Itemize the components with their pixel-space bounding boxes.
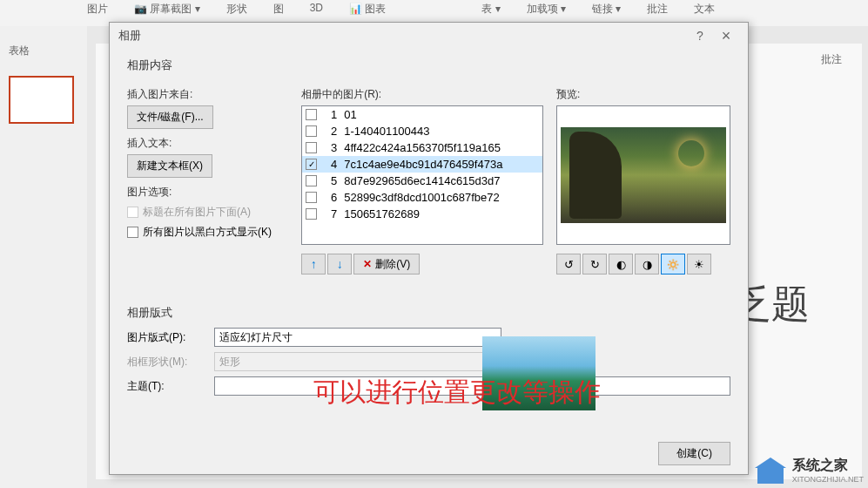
list-item[interactable]: 58d7e92965d6ec1414c615d3d7 [302,173,542,189]
all-bw-checkbox[interactable]: 所有图片以黑白方式显示(K) [127,225,288,240]
ribbon-item[interactable]: 表 ▾ [481,2,500,17]
ribbon-item[interactable]: 图 [273,2,284,17]
ribbon-item[interactable]: 📷 屏幕截图 ▾ [134,2,200,17]
theme-label: 主题(T): [127,379,205,394]
rotate-right-icon[interactable]: ↻ [582,254,607,274]
help-button[interactable]: ? [687,29,713,43]
contrast-down-icon[interactable]: ◑ [635,254,659,274]
move-down-button[interactable]: ↓ [327,254,352,274]
preview-label: 预览: [556,87,730,102]
picture-list[interactable]: 101 21-140401100443 34ff422c424a156370f5… [301,105,543,245]
list-item[interactable]: 21-140401100443 [302,123,542,139]
insert-text-label: 插入文本: [127,136,288,151]
checkbox-icon[interactable]: ✓ [306,159,317,170]
ribbon-item[interactable]: 3D [310,2,323,14]
brightness-down-icon[interactable]: ☀ [687,254,711,274]
pic-format-select[interactable]: 适应幻灯片尺寸⌵ [214,328,501,347]
checkbox-icon[interactable] [306,208,317,220]
pics-in-album-label: 相册中的图片(R): [301,87,543,102]
checkbox-icon[interactable] [306,125,317,137]
panel-label: 表格 [9,44,78,58]
file-disk-button[interactable]: 文件/磁盘(F)... [127,105,213,129]
checkbox-icon[interactable] [306,175,317,186]
section-label: 批注 [821,52,842,67]
checkbox-icon[interactable] [306,142,317,153]
slide-panel: 表格 [0,26,87,488]
list-item[interactable]: 652899c3df8dcd1001c687fbe72 [302,189,542,206]
slide-thumbnail[interactable] [9,76,74,124]
preview-image [561,127,726,223]
create-button[interactable]: 创建(C) [658,442,730,465]
watermark: 系统之家 XITONGZHIJIA.NET [757,457,864,484]
watermark-logo-icon [757,458,788,484]
rotate-left-icon[interactable]: ↺ [556,254,581,274]
annotation-text: 可以进行位置更改等操作 [313,375,601,410]
ribbon-item[interactable]: 📊 图表 [349,2,386,17]
caption-below-checkbox: 标题在所有图片下面(A) [127,205,288,220]
watermark-text: 系统之家 [792,457,864,475]
checkbox-icon[interactable] [127,227,138,238]
format-section-label: 相册版式 [127,305,730,321]
checkbox-icon[interactable] [306,109,317,120]
list-item[interactable]: 7150651762689 [302,206,542,222]
list-item[interactable]: 101 [302,106,542,123]
watermark-url: XITONGZHIJIA.NET [792,475,864,484]
checkbox-icon[interactable] [306,192,317,203]
tree-shape [569,132,622,219]
move-up-button[interactable]: ↑ [301,254,326,274]
contrast-up-icon[interactable]: ◐ [609,254,633,274]
dialog-footer: 创建(C) [658,442,730,465]
x-icon: ✕ [363,258,372,270]
dialog-title: 相册 [118,28,687,44]
remove-button[interactable]: ✕删除(V) [353,254,420,274]
brightness-up-icon[interactable]: 🔅 [661,254,685,274]
new-textbox-button[interactable]: 新建文本框(X) [127,154,212,178]
content-section-label: 相册内容 [127,58,730,73]
pic-format-label: 图片版式(P): [127,330,205,345]
ribbon-item[interactable]: 加载项 ▾ [527,2,566,17]
frame-shape-select: 矩形⌵ [214,352,501,371]
preview-controls: ↺ ↻ ◐ ◑ 🔅 ☀ [556,254,730,274]
ribbon-item[interactable]: 批注 [647,2,668,17]
list-item[interactable]: 34ff422c424a156370f5f119a165 [302,139,542,156]
list-controls: ↑ ↓ ✕删除(V) [301,254,543,274]
preview-box [556,105,730,245]
close-button[interactable]: × [713,27,739,45]
ribbon-item[interactable]: 形状 [226,2,247,17]
ribbon-item[interactable]: 文本 [694,2,715,17]
dialog-titlebar: 相册 ? × [110,23,748,49]
frame-shape-label: 相框形状(M): [127,355,205,369]
list-item[interactable]: ✓47c1c4ae9e4bc91d476459f473a [302,156,542,173]
insert-from-label: 插入图片来自: [127,87,288,102]
ribbon-item[interactable]: 图片 [87,2,108,17]
ribbon-item[interactable]: 链接 ▾ [592,2,621,17]
pic-options-label: 图片选项: [127,185,288,200]
checkbox-icon [127,207,138,218]
moon-shape [678,140,704,166]
